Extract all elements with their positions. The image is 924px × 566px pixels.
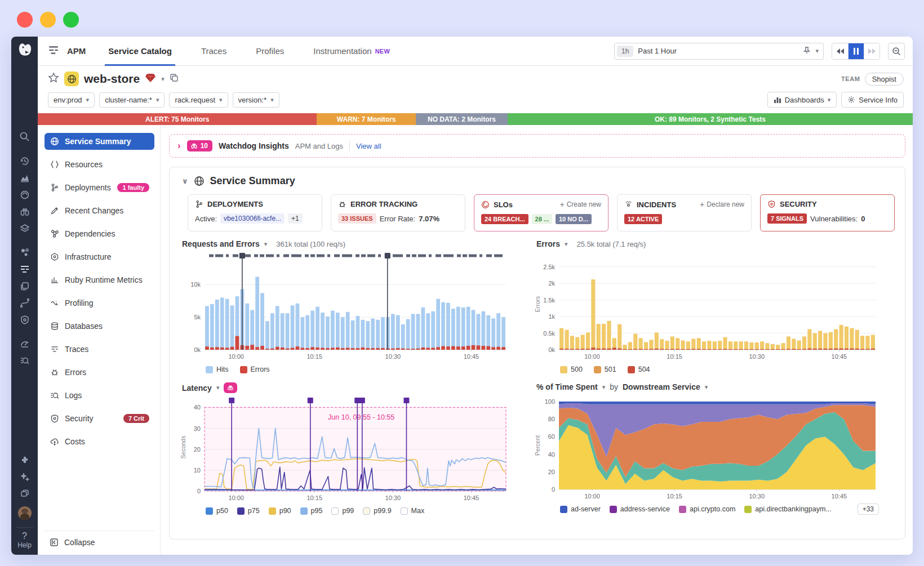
dashboards-button[interactable]: Dashboards▾ [767, 92, 837, 108]
sidebar-item-service-summary[interactable]: Service Summary [45, 133, 154, 150]
time-range-picker[interactable]: 1h Past 1 Hour ▾ [614, 43, 824, 60]
close-window-button[interactable] [17, 12, 33, 28]
metrics-icon[interactable] [11, 170, 38, 186]
errors-plot[interactable]: 0k0.5k1k1.5k2k2.5kErrors10:0010:1510:301… [534, 249, 879, 361]
tab-service-catalog[interactable]: Service Catalog [103, 37, 177, 66]
legend-item-ad-server[interactable]: ad-server [560, 505, 601, 513]
view-all-link[interactable]: View all [356, 142, 381, 150]
forward-button[interactable] [864, 43, 879, 59]
sidebar-item-security[interactable]: Security7 Crit [45, 410, 154, 427]
rewind-button[interactable] [832, 43, 848, 59]
collapse-button[interactable]: Collapse [45, 531, 154, 555]
favorite-star-icon[interactable] [48, 72, 59, 86]
requests-errors-plot[interactable]: 0k5k10k10:0010:1510:3010:45 [180, 249, 509, 361]
legend-item-api.crypto.com[interactable]: api.crypto.com [679, 505, 735, 513]
sidebar-item-logs[interactable]: Logs [45, 387, 154, 404]
legend-item-p90[interactable]: p90 [269, 507, 291, 515]
legend-item-504[interactable]: 504 [628, 366, 650, 373]
legend-item-501[interactable]: 501 [594, 366, 616, 373]
chevron-down-icon[interactable]: ▾ [161, 75, 165, 83]
chevron-down-icon[interactable]: ▾ [216, 384, 220, 391]
deployment-more-chip[interactable]: +1 [288, 213, 303, 224]
sidebar-item-ruby-runtime-metrics[interactable]: Ruby Runtime Metrics [45, 271, 154, 288]
sidebar-item-dependencies[interactable]: Dependencies [45, 225, 154, 242]
watchdog-insights-bar[interactable]: › 10 Watchdog Insights APM and Logs View… [169, 134, 905, 158]
sidebar-item-infrastructure[interactable]: Infrastructure [45, 248, 154, 265]
security-shield-icon[interactable] [11, 311, 38, 328]
issues-badge[interactable]: 33 ISSUES [338, 213, 376, 224]
sidebar-item-resources[interactable]: Resources [45, 156, 154, 173]
maximize-window-button[interactable] [63, 12, 79, 28]
time-spent-plot[interactable]: 020406080100Percent10:0010:1510:3010:45 [534, 393, 879, 501]
sidebar-item-databases[interactable]: Databases [45, 318, 154, 335]
error-tracking-card[interactable]: ERROR TRACKING 33 ISSUESError Rate:7.07% [331, 194, 465, 231]
watchdog-icon[interactable] [11, 186, 38, 203]
filter-pill[interactable]: version:*▾ [233, 92, 279, 108]
integrations-icon[interactable] [11, 452, 38, 469]
filter-pill[interactable]: cluster-name:*▾ [99, 92, 165, 108]
sidebar-item-traces[interactable]: Traces [45, 341, 154, 358]
monitors-gauge-icon[interactable] [11, 335, 38, 352]
legend-item-api.directbankingpaym...[interactable]: api.directbankingpaym... [744, 505, 832, 513]
latency-plot[interactable]: 010203040Seconds10:0010:1510:3010:45Jun … [180, 394, 509, 502]
filter-pill[interactable]: rack.request▾ [169, 92, 228, 108]
monitor-status-segment[interactable]: OK: 89 Monitors, 2 Synthetic Tests [508, 113, 913, 125]
monitor-status-segment[interactable]: NO DATA: 2 Monitors [416, 113, 508, 125]
tab-traces[interactable]: Traces [196, 37, 232, 66]
minimize-window-button[interactable] [40, 12, 56, 28]
deployments-card[interactable]: DEPLOYMENTS Active:vbe103006fi-acfe...+1 [188, 194, 322, 231]
incidents-card[interactable]: INCIDENTS +Declare new 12 ACTIVE [617, 194, 752, 231]
service-map-icon[interactable] [11, 244, 38, 261]
logs-icon[interactable] [11, 352, 38, 369]
monitor-status-segment[interactable]: WARN: 7 Monitors [317, 113, 415, 125]
legend-item-p50[interactable]: p50 [206, 507, 228, 515]
slo-status-badge[interactable]: 24 BREACH... [481, 214, 528, 224]
legend-item-errors[interactable]: Errors [240, 366, 270, 373]
history-icon[interactable] [11, 153, 38, 170]
collapse-section-chevron[interactable]: ∨ [182, 177, 188, 185]
deployment-version-chip[interactable]: vbe103006fi-acfe... [220, 213, 285, 224]
help-button[interactable]: ?Help [17, 531, 32, 555]
sidebar-item-costs[interactable]: Costs [45, 433, 154, 450]
sidebar-item-errors[interactable]: Errors [45, 364, 154, 381]
legend-item-p99[interactable]: p99 [331, 507, 354, 515]
signals-badge[interactable]: 7 SIGNALS [767, 213, 807, 224]
tab-instrumentation[interactable]: InstrumentationNEW [308, 37, 396, 66]
monitor-status-segment[interactable]: ALERT: 75 Monitors [38, 113, 317, 125]
slo-status-badge[interactable]: 10 NO D... [556, 214, 592, 224]
chevron-down-icon[interactable]: ▾ [705, 384, 708, 391]
chevron-down-icon[interactable]: ▾ [264, 240, 268, 248]
chevron-down-icon[interactable]: ▾ [602, 384, 606, 391]
zoom-out-button[interactable] [888, 43, 905, 60]
security-card[interactable]: SECURITY 7 SIGNALSVulnerabilities:0 [760, 194, 895, 231]
declare-new-link[interactable]: +Declare new [700, 200, 744, 209]
service-info-button[interactable]: Service Info [841, 92, 904, 108]
copy-icon[interactable] [170, 73, 179, 84]
legend-item-p75[interactable]: p75 [237, 507, 260, 515]
sidebar-item-profiling[interactable]: Profiling [45, 295, 154, 311]
datadog-logo-icon[interactable] [16, 41, 33, 60]
legend-item-500[interactable]: 500 [560, 366, 583, 373]
legend-item-p95[interactable]: p95 [300, 507, 323, 515]
team-pill[interactable]: Shopist [865, 73, 904, 86]
software-catalog-icon[interactable] [11, 278, 38, 295]
chevron-down-icon[interactable]: ▾ [815, 47, 819, 55]
expand-chevron-icon[interactable]: › [177, 140, 181, 151]
pause-button[interactable] [848, 43, 864, 59]
binoculars-icon[interactable] [11, 203, 38, 220]
sidebar-item-recent-changes[interactable]: Recent Changes [45, 202, 154, 219]
user-avatar[interactable] [11, 505, 38, 522]
filter-pill[interactable]: env:prod▾ [48, 92, 95, 108]
legend-item-max[interactable]: Max [401, 507, 425, 515]
active-incidents-badge[interactable]: 12 ACTIVE [624, 214, 662, 224]
slos-card[interactable]: SLOs +Create new 24 BREACH...28 ...10 NO… [474, 194, 608, 231]
layers-icon[interactable] [11, 220, 38, 237]
chevron-down-icon[interactable]: ▾ [565, 240, 568, 248]
create-new-link[interactable]: +Create new [559, 200, 601, 209]
tab-profiles[interactable]: Profiles [250, 37, 290, 66]
pin-icon[interactable] [803, 46, 811, 56]
sidebar-item-deployments[interactable]: Deployments1 faulty [45, 179, 154, 196]
search-icon[interactable] [11, 128, 38, 145]
group-by-selector[interactable]: Downstream Service [623, 382, 700, 391]
legend-item-address-service[interactable]: address-service [610, 505, 670, 513]
